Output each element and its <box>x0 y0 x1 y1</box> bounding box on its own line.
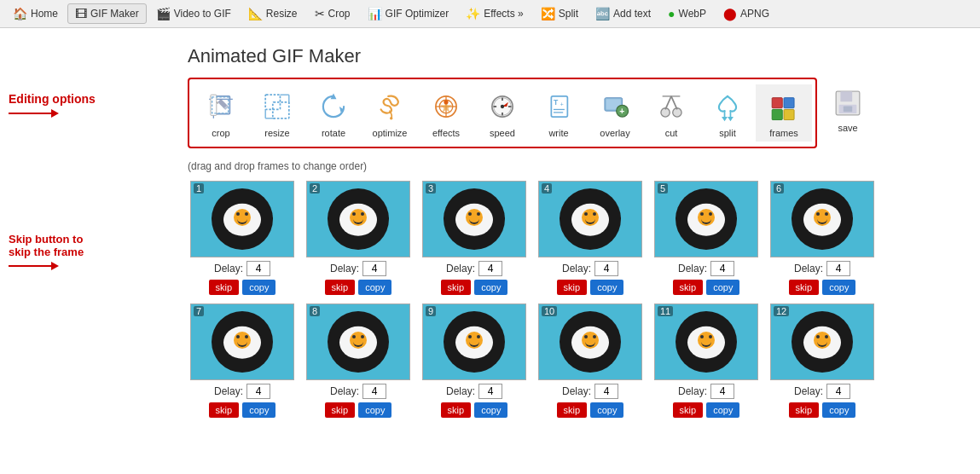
delay-input-9[interactable] <box>478 384 502 399</box>
tool-overlay[interactable]: + overlay <box>587 84 643 142</box>
tool-frames[interactable]: frames <box>756 84 812 142</box>
delay-input-1[interactable] <box>246 261 270 276</box>
nav-effects-label: Effects » <box>484 8 523 20</box>
egg-illustration <box>324 185 392 253</box>
skip-button-11[interactable]: skip <box>673 402 704 418</box>
effects-tool-icon <box>427 88 465 125</box>
skip-button-10[interactable]: skip <box>557 402 588 418</box>
frame-delay-4: Delay: <box>562 261 618 276</box>
frame-cell-1: 1 Delay: skip copy <box>188 181 297 295</box>
frame-cell-11: 11 Delay: skip copy <box>652 303 761 418</box>
nav-home[interactable]: 🏠 Home <box>5 3 66 24</box>
copy-button-8[interactable]: copy <box>358 402 391 418</box>
skip-button-1[interactable]: skip <box>209 280 240 295</box>
frame-cell-3: 3 Delay: skip copy <box>420 181 529 295</box>
copy-button-2[interactable]: copy <box>358 280 391 295</box>
delay-input-11[interactable] <box>710 384 734 399</box>
copy-button-5[interactable]: copy <box>706 280 739 295</box>
optimize-tool-label: optimize <box>373 128 408 138</box>
tool-rotate[interactable]: rotate <box>305 84 362 142</box>
delay-input-10[interactable] <box>594 384 618 399</box>
nav-effects[interactable]: ✨ Effects » <box>458 3 531 24</box>
nav-optimizer[interactable]: 📊 GIF Optimizer <box>360 3 457 24</box>
frame-thumb-2: 2 <box>306 181 410 257</box>
copy-button-3[interactable]: copy <box>474 280 507 295</box>
skip-button-2[interactable]: skip <box>325 280 356 295</box>
frame-delay-10: Delay: <box>562 384 618 399</box>
svg-line-38 <box>671 96 677 110</box>
home-icon: 🏠 <box>13 7 27 20</box>
frame-cell-12: 12 Delay: skip copy <box>768 303 877 418</box>
frame-cell-5: 5 Delay: skip copy <box>652 181 761 295</box>
nav-crop[interactable]: ✂ Crop <box>307 3 358 24</box>
nav-home-label: Home <box>31 8 58 20</box>
svg-rect-49 <box>844 106 852 112</box>
tool-cut[interactable]: cut <box>643 84 699 142</box>
delay-input-12[interactable] <box>826 384 850 399</box>
crop-tool-label: crop <box>212 128 229 138</box>
frame-thumb-7: 7 <box>190 303 294 380</box>
delay-input-6[interactable] <box>826 261 850 276</box>
resize-tool-label: resize <box>264 128 289 138</box>
video-icon: 🎬 <box>156 7 171 20</box>
tool-write[interactable]: T + write <box>531 84 587 142</box>
copy-button-9[interactable]: copy <box>474 402 507 418</box>
copy-button-11[interactable]: copy <box>706 402 739 418</box>
tool-save[interactable]: save <box>822 83 873 136</box>
skip-button-12[interactable]: skip <box>789 402 820 418</box>
tool-crop[interactable]: crop <box>193 84 249 142</box>
nav-video-to-gif[interactable]: 🎬 Video to GIF <box>148 3 239 24</box>
copy-button-1[interactable]: copy <box>242 280 275 295</box>
copy-button-4[interactable]: copy <box>590 280 623 295</box>
skip-button-6[interactable]: skip <box>789 280 820 295</box>
skip-button-8[interactable]: skip <box>325 402 356 418</box>
svg-rect-43 <box>784 98 794 108</box>
skip-button-4[interactable]: skip <box>557 280 588 295</box>
delay-input-3[interactable] <box>478 261 502 276</box>
frame-buttons-9: skip copy <box>441 402 508 418</box>
delay-label: Delay: <box>562 385 591 397</box>
nav-gif-maker[interactable]: 🎞 GIF Maker <box>67 3 147 24</box>
skip-button-9[interactable]: skip <box>441 402 472 418</box>
editing-toolbar: crop resize <box>188 78 817 148</box>
nav-webp[interactable]: ● WebP <box>660 3 714 24</box>
tool-optimize[interactable]: optimize <box>362 84 418 142</box>
egg-illustration <box>672 185 740 253</box>
delay-input-7[interactable] <box>246 384 270 399</box>
delay-input-2[interactable] <box>362 261 386 276</box>
speed-tool-label: speed <box>490 128 515 138</box>
apng-icon: ⬤ <box>723 7 737 20</box>
nav-resize[interactable]: 📐 Resize <box>241 3 305 24</box>
resize-tool-icon <box>258 88 296 125</box>
skip-button-3[interactable]: skip <box>441 280 472 295</box>
copy-button-12[interactable]: copy <box>822 402 855 418</box>
frame-buttons-7: skip copy <box>209 402 276 418</box>
frame-thumb-9: 9 <box>422 303 526 380</box>
skip-button-5[interactable]: skip <box>673 280 704 295</box>
nav-add-text[interactable]: 🔤 Add text <box>588 3 658 24</box>
copy-button-7[interactable]: copy <box>242 402 275 418</box>
nav-split[interactable]: 🔀 Split <box>533 3 586 24</box>
nav-video-label: Video to GIF <box>174 8 231 20</box>
tool-speed[interactable]: speed <box>474 84 531 142</box>
frame-number-9: 9 <box>426 306 436 316</box>
tool-effects[interactable]: effects <box>418 84 474 142</box>
copy-button-10[interactable]: copy <box>590 402 623 418</box>
tool-split[interactable]: split <box>699 84 756 142</box>
delay-input-4[interactable] <box>594 261 618 276</box>
tool-resize[interactable]: resize <box>249 84 305 142</box>
split-tool-label: split <box>719 128 736 138</box>
egg-illustration <box>324 308 392 376</box>
delay-label: Delay: <box>330 263 359 275</box>
nav-resize-label: Resize <box>266 8 298 20</box>
frame-delay-12: Delay: <box>794 384 850 399</box>
egg-illustration <box>556 185 624 253</box>
delay-input-8[interactable] <box>362 384 386 399</box>
copy-button-6[interactable]: copy <box>822 280 855 295</box>
nav-apng[interactable]: ⬤ APNG <box>716 3 777 24</box>
delay-label: Delay: <box>214 385 243 397</box>
cut-tool-icon <box>652 88 690 125</box>
delay-input-5[interactable] <box>710 261 734 276</box>
nav-optimizer-label: GIF Optimizer <box>386 8 449 20</box>
skip-button-7[interactable]: skip <box>209 402 240 418</box>
